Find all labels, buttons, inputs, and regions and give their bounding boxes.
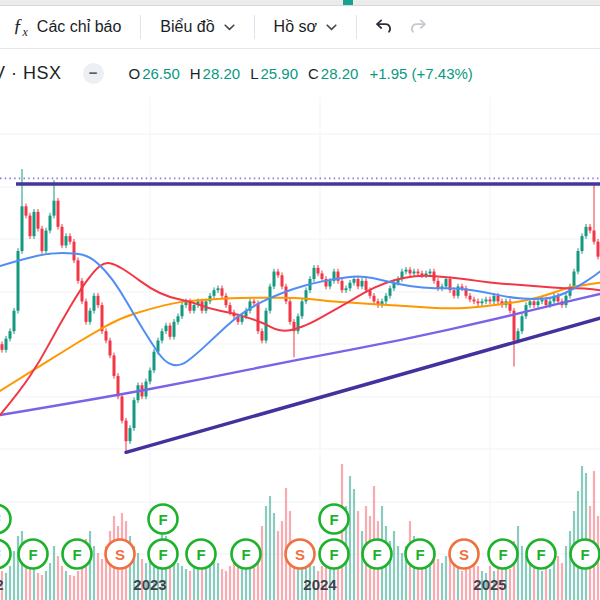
redo-icon (408, 16, 430, 38)
collapse-legend-button[interactable]: − (83, 63, 104, 84)
gridlines (0, 97, 600, 600)
toolbar-divider (140, 15, 141, 39)
top-edge-strip (0, 0, 600, 6)
svg-text:F: F (158, 511, 167, 528)
ohlc-close-label: C (308, 65, 319, 82)
symbol-legend-row: V · HSX − O26.50 H28.20 L25.90 C28.20 +1… (0, 49, 600, 97)
event-badge-f[interactable]: F (527, 540, 556, 569)
ohlc-close-value: 28.20 (321, 65, 359, 82)
event-badge-f[interactable]: F (187, 540, 216, 569)
chevron-down-icon (224, 24, 235, 31)
svg-text:F: F (329, 546, 338, 563)
event-badge-f[interactable]: F (320, 505, 349, 534)
undo-button[interactable] (365, 10, 401, 44)
event-badge-f[interactable]: F (406, 540, 435, 569)
year-label: 2025 (473, 576, 506, 593)
chart-type-menu-button[interactable]: Biểu đồ (149, 10, 245, 44)
svg-text:F: F (241, 546, 250, 563)
svg-text:F: F (498, 546, 507, 563)
volume-series (1, 464, 599, 600)
year-label: 2022 (0, 576, 4, 593)
event-badge-f[interactable]: F (19, 540, 48, 569)
symbol-ticker[interactable]: V · HSX (0, 63, 62, 84)
price-change-value: +1.95 (+7.43%) (369, 65, 472, 82)
ohlc-low-label: L (250, 65, 258, 82)
candlestick-series (1, 169, 600, 452)
indicators-label: Các chỉ báo (37, 18, 122, 36)
svg-text:F: F (0, 546, 1, 563)
event-badge-f[interactable]: F (320, 540, 349, 569)
svg-text:F: F (372, 546, 381, 563)
event-badge-f[interactable]: F (149, 505, 178, 534)
event-badge-f[interactable]: F (63, 540, 92, 569)
svg-text:S: S (115, 546, 125, 563)
event-badge-f[interactable]: F (232, 540, 261, 569)
chart-menu-label: Biểu đồ (160, 18, 214, 36)
profile-menu-label: Hồ sơ (274, 18, 317, 36)
svg-text:S: S (459, 546, 469, 563)
svg-text:F: F (329, 511, 338, 528)
svg-text:F: F (28, 546, 37, 563)
event-badge-s[interactable]: S (286, 540, 315, 569)
redo-button[interactable] (401, 10, 437, 44)
event-badge-f[interactable]: F (571, 540, 600, 569)
minus-icon: − (89, 65, 98, 80)
toolbar-divider (356, 15, 357, 39)
top-strip-accent (343, 0, 353, 5)
svg-text:S: S (295, 546, 305, 563)
ma-medium-red[interactable] (0, 263, 600, 415)
ohlc-open-value: 26.50 (142, 65, 180, 82)
year-label: 2023 (133, 576, 166, 593)
event-badge-f[interactable]: F (489, 540, 518, 569)
ohlc-open-label: O (129, 65, 141, 82)
indicators-button[interactable]: ƒx Các chỉ báo (2, 10, 132, 44)
chart-pane[interactable]: FFFFFFSFFFSFFFSFFF2022202320242025 (0, 97, 600, 600)
svg-text:F: F (536, 546, 545, 563)
svg-text:F: F (196, 546, 205, 563)
event-badge-f[interactable]: F (363, 540, 392, 569)
ohlc-high-label: H (190, 65, 201, 82)
svg-text:F: F (580, 546, 589, 563)
svg-text:F: F (415, 546, 424, 563)
svg-text:F: F (158, 546, 167, 563)
chart-toolbar: ƒx Các chỉ báo Biểu đồ Hồ sơ (0, 6, 600, 49)
ohlc-high-value: 28.20 (203, 65, 241, 82)
svg-text:F: F (72, 546, 81, 563)
toolbar-divider (254, 15, 255, 39)
candlestick-chart[interactable]: FFFFFFSFFFSFFFSFFF2022202320242025 (0, 97, 600, 600)
support-trendline[interactable] (126, 318, 600, 452)
event-badge-s[interactable]: S (106, 540, 135, 569)
function-icon: ƒx (13, 16, 28, 38)
undo-icon (372, 16, 394, 38)
chevron-down-icon (326, 24, 337, 31)
ohlc-readout: O26.50 H28.20 L25.90 C28.20 +1.95 (+7.43… (129, 65, 473, 82)
event-badge-f[interactable]: F (0, 540, 11, 569)
event-badge-s[interactable]: S (450, 540, 479, 569)
svg-text:F: F (0, 511, 1, 528)
event-badge-f[interactable]: F (149, 540, 178, 569)
year-label: 2024 (303, 576, 337, 593)
profile-menu-button[interactable]: Hồ sơ (263, 10, 348, 44)
event-badge-f[interactable]: F (0, 505, 11, 534)
ohlc-low-value: 25.90 (260, 65, 298, 82)
